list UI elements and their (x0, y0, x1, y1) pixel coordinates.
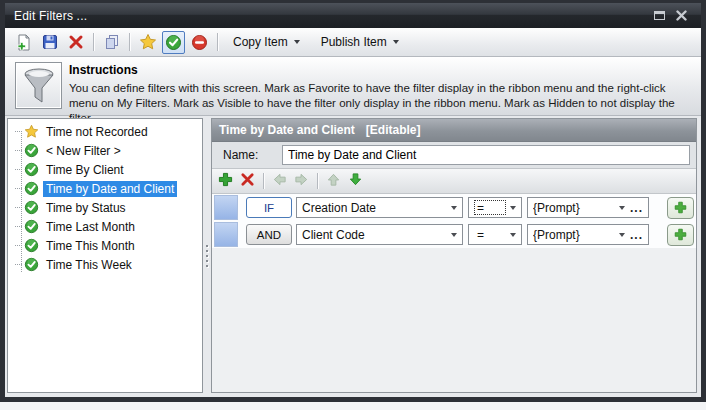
indent-left-button[interactable] (272, 172, 287, 190)
save-icon (42, 34, 58, 50)
filter-list: Time not Recorded < New Filter > Time By… (7, 118, 203, 393)
value-dropdown[interactable]: {Prompt} ... (527, 197, 649, 218)
toolbar-separator (263, 173, 264, 189)
arrow-down-icon (348, 172, 363, 187)
operator-dropdown[interactable]: = (468, 197, 522, 218)
filter-list-item[interactable]: Time not Recorded (8, 122, 202, 141)
publish-item-label: Publish Item (321, 35, 387, 49)
condition-grid: IF Creation Date = {Prompt} ... (212, 194, 696, 248)
hidden-icon (191, 34, 208, 51)
visible-check-icon (165, 34, 182, 51)
indent-right-button[interactable] (294, 172, 309, 190)
new-filter-button[interactable] (12, 31, 35, 54)
copy-item-button[interactable]: Copy Item (224, 31, 309, 54)
filter-name: Time not Recorded (43, 124, 151, 140)
funnel-icon-box (15, 62, 62, 109)
check-circle-icon (23, 257, 39, 272)
grid-empty-area (212, 248, 696, 392)
add-condition-button[interactable] (218, 172, 233, 190)
maximize-button[interactable] (648, 7, 670, 25)
toolbar-separator (317, 173, 318, 189)
row-selector[interactable] (214, 222, 238, 247)
window-title: Edit Filters ... (14, 9, 648, 23)
remove-condition-button[interactable] (240, 172, 255, 190)
new-filter-icon (15, 34, 32, 51)
name-label: Name: (212, 148, 282, 162)
panel-splitter[interactable] (203, 118, 211, 393)
operator-dropdown[interactable]: = (468, 224, 522, 245)
name-row: Name: (212, 142, 696, 169)
chevron-down-icon (619, 206, 625, 210)
filter-name: Time This Month (43, 238, 138, 254)
instructions-title: Instructions (69, 63, 138, 77)
field-dropdown[interactable]: Client Code (296, 224, 463, 245)
maximize-icon (654, 11, 665, 20)
main-toolbar: Copy Item Publish Item (5, 28, 701, 57)
check-circle-icon (23, 238, 39, 253)
ellipsis-button[interactable]: ... (630, 230, 643, 240)
add-icon (218, 172, 233, 187)
chevron-down-icon (294, 40, 300, 44)
name-input[interactable] (282, 145, 690, 165)
filter-name: Time This Week (43, 257, 135, 273)
star-icon (23, 124, 39, 139)
edit-filters-dialog: Edit Filters ... (0, 0, 706, 402)
favorite-star-icon (139, 33, 157, 51)
close-icon (676, 10, 687, 21)
instructions-panel: Instructions You can define filters with… (5, 57, 701, 116)
arrow-right-icon (294, 172, 309, 187)
filter-list-item-selected[interactable]: Time by Date and Client (8, 179, 202, 198)
delete-icon (68, 34, 84, 50)
favorite-button[interactable] (136, 31, 159, 54)
connector-button[interactable]: IF (246, 197, 292, 218)
close-button[interactable] (670, 7, 692, 25)
toolbar-separator (217, 33, 218, 51)
toolbar-separator (129, 33, 130, 51)
filter-name: Time by Date and Client (43, 181, 177, 197)
check-circle-icon (23, 162, 39, 177)
arrow-left-icon (272, 172, 287, 187)
chevron-down-icon (393, 40, 399, 44)
add-icon (674, 201, 687, 214)
filter-list-item[interactable]: Time This Week (8, 255, 202, 274)
filter-list-item[interactable]: Time This Month (8, 236, 202, 255)
check-circle-icon (23, 200, 39, 215)
chevron-down-icon (451, 206, 457, 210)
copy-icon (104, 34, 120, 50)
save-button[interactable] (38, 31, 61, 54)
content-area: Time not Recorded < New Filter > Time By… (5, 116, 701, 397)
filter-name: Time Last Month (43, 219, 138, 235)
filter-list-item[interactable]: Time Last Month (8, 217, 202, 236)
chevron-down-icon (619, 233, 625, 237)
publish-item-button[interactable]: Publish Item (312, 31, 408, 54)
check-circle-icon (23, 181, 39, 196)
row-add-button[interactable] (667, 224, 694, 246)
connector-button[interactable]: AND (246, 224, 292, 245)
chevron-down-icon (451, 233, 457, 237)
copy-button[interactable] (100, 31, 123, 54)
row-add-button[interactable] (667, 197, 694, 219)
condition-row: AND Client Code = {Prompt} ... (212, 221, 696, 248)
filter-editor-panel: Time by Date and Client [Editable] Name: (211, 118, 697, 393)
filter-list-item[interactable]: Time by Status (8, 198, 202, 217)
filter-list-item[interactable]: < New Filter > (8, 141, 202, 160)
move-down-button[interactable] (348, 172, 363, 190)
condition-toolbar (212, 169, 696, 194)
field-dropdown[interactable]: Creation Date (296, 197, 463, 218)
title-bar: Edit Filters ... (5, 3, 701, 28)
filter-list-item[interactable]: Time By Client (8, 160, 202, 179)
check-circle-icon (23, 219, 39, 234)
value-dropdown[interactable]: {Prompt} ... (527, 224, 649, 245)
row-selector[interactable] (214, 195, 238, 220)
add-icon (674, 228, 687, 241)
delete-button[interactable] (64, 31, 87, 54)
filter-name: Time By Client (43, 162, 127, 178)
visible-button[interactable] (162, 31, 185, 54)
condition-row: IF Creation Date = {Prompt} ... (212, 194, 696, 221)
hidden-button[interactable] (188, 31, 211, 54)
copy-item-label: Copy Item (233, 35, 288, 49)
filter-funnel-icon (21, 67, 57, 105)
filter-name: Time by Status (43, 200, 129, 216)
ellipsis-button[interactable]: ... (630, 203, 643, 213)
move-up-button[interactable] (326, 172, 341, 190)
